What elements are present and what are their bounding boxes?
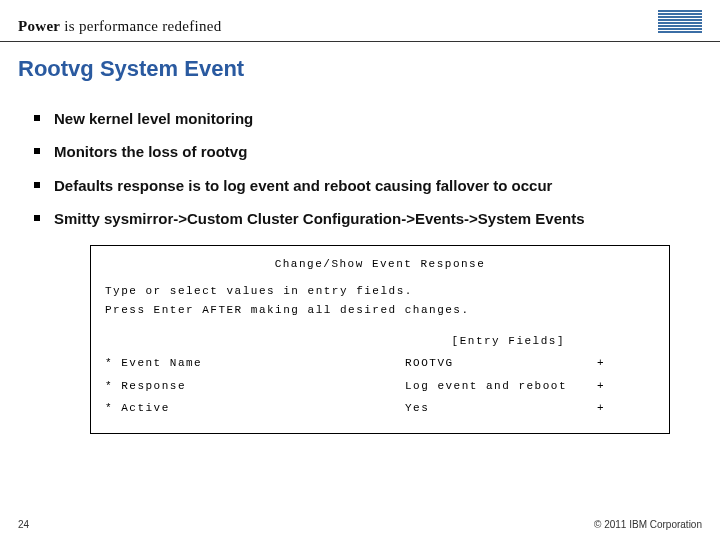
slide-header: Power is performance redefined bbox=[0, 0, 720, 42]
list-item: Defaults response is to log event and re… bbox=[40, 176, 698, 196]
tagline-rest: is performance redefined bbox=[60, 18, 221, 34]
panel-row: * Active Yes + bbox=[105, 400, 655, 417]
plus-icon: + bbox=[585, 400, 605, 417]
panel-intro-1: Type or select values in entry fields. bbox=[105, 283, 655, 300]
slide-footer: 24 © 2011 IBM Corporation bbox=[0, 519, 720, 530]
panel-title: Change/Show Event Response bbox=[105, 256, 655, 273]
copyright: © 2011 IBM Corporation bbox=[594, 519, 702, 530]
list-item: Smitty sysmirror->Custom Cluster Configu… bbox=[40, 209, 698, 229]
field-label: * Response bbox=[105, 378, 405, 395]
page-number: 24 bbox=[18, 519, 29, 530]
field-label: * Event Name bbox=[105, 355, 405, 372]
plus-icon: + bbox=[585, 355, 605, 372]
bullet-list: New kernel level monitoring Monitors the… bbox=[0, 90, 720, 229]
entry-fields-header: [Entry Fields] bbox=[105, 333, 655, 350]
tagline-bold: Power bbox=[18, 18, 60, 34]
field-value: Yes bbox=[405, 400, 585, 417]
field-value: Log event and reboot bbox=[405, 378, 585, 395]
field-label: * Active bbox=[105, 400, 405, 417]
panel-intro-2: Press Enter AFTER making all desired cha… bbox=[105, 302, 655, 319]
panel-row: * Event Name ROOTVG + bbox=[105, 355, 655, 372]
list-item: New kernel level monitoring bbox=[40, 109, 698, 129]
slide-title: Rootvg System Event bbox=[0, 42, 720, 90]
tagline: Power is performance redefined bbox=[18, 18, 221, 35]
panel-row: * Response Log event and reboot + bbox=[105, 378, 655, 395]
plus-icon: + bbox=[585, 378, 605, 395]
terminal-panel: Change/Show Event Response Type or selec… bbox=[90, 245, 670, 434]
ibm-logo bbox=[658, 10, 702, 35]
list-item: Monitors the loss of rootvg bbox=[40, 142, 698, 162]
field-value: ROOTVG bbox=[405, 355, 585, 372]
